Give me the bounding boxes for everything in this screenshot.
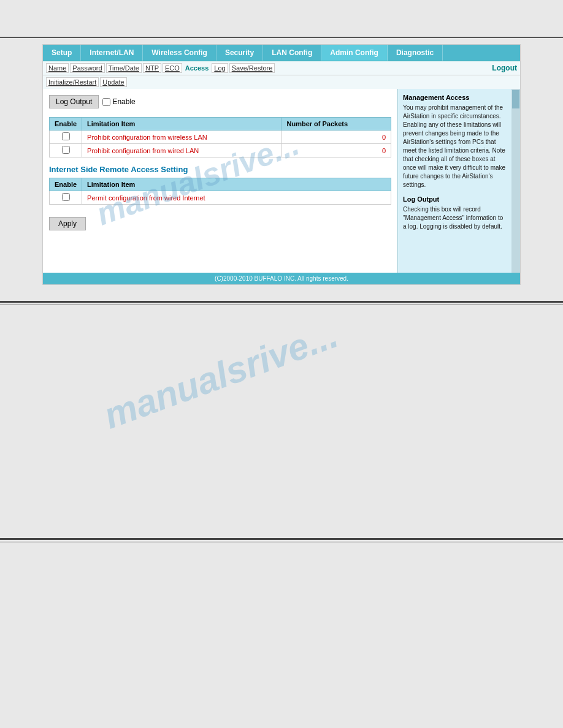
sub-nav: Name Password Time/Date NTP ECO Access L… [43,61,520,75]
subnav-password[interactable]: Password [70,63,104,73]
table-header-limitation: Limitation Item [82,118,282,131]
table-cell-packets-1: 0 [282,131,391,144]
bottom-divider-thick [0,301,563,303]
nav-tab-setup[interactable]: Setup [43,45,81,61]
table-row: Prohibit configuration from wired LAN 0 [50,144,391,157]
main-nav: Setup Internet/LAN Wireless Config Secur… [43,45,520,61]
apply-button[interactable]: Apply [49,217,86,230]
logout-button[interactable]: Logout [492,64,517,72]
router-footer: (C)2000-2010 BUFFALO INC. All rights res… [43,273,520,284]
help-management-text: You may prohibit management of the AirSt… [403,104,507,189]
subnav-name[interactable]: Name [46,63,69,73]
nav-tab-diagnostic[interactable]: Diagnostic [388,45,443,61]
table-cell-enable-2 [50,144,82,157]
help-scrollbar[interactable] [511,89,520,273]
wireless-lan-checkbox[interactable] [62,132,70,140]
nav-tab-lan-config[interactable]: LAN Config [263,45,321,61]
subnav-log[interactable]: Log [212,63,228,73]
table-cell-packets-2: 0 [282,144,391,157]
internet-access-table: Enable Limitation Item Permit configurat… [49,178,391,205]
nav-tab-wireless-config[interactable]: Wireless Config [143,45,216,61]
log-output-button[interactable]: Log Output [49,95,99,108]
table-cell-limitation-2: Prohibit configuration from wired LAN [82,144,282,157]
table-row: Prohibit configuration from wireless LAN… [50,131,391,144]
subnav-save-restore[interactable]: Save/Restore [229,63,275,73]
spacer-area: manualsrive... [0,305,563,538]
log-output-row: Log Output Enable [49,95,391,108]
log-output-enable-checkbox[interactable] [102,98,110,106]
main-content: Log Output Enable Enable Limitation Item [43,89,397,273]
wired-lan-checkbox[interactable] [62,146,70,154]
enable-checkbox-label: Enable [102,97,135,106]
watermark-2: manualsrive... [98,314,343,438]
inet-table-cell-enable-1 [50,191,82,205]
scrollbar-thumb [512,90,519,108]
help-management-title: Management Access [403,94,507,101]
sub-nav-row2: Initialize/Restart Update [43,75,520,89]
nav-tab-admin-config[interactable]: Admin Config [321,45,388,61]
table-header-enable: Enable [50,118,82,131]
table-header-packets: Number of Packets [282,118,391,131]
table-cell-limitation-1: Prohibit configuration from wireless LAN [82,131,282,144]
bottom-spacer [0,542,563,591]
help-panel: Management Access You may prohibit manag… [397,89,520,273]
final-divider-thick [0,538,563,540]
enable-label: Enable [112,97,135,106]
table-cell-enable-1 [50,131,82,144]
subnav-time-date[interactable]: Time/Date [106,63,142,73]
subnav-access[interactable]: Access [183,64,211,72]
inet-table-cell-limitation-1: Permit configuration from wired Internet [82,191,391,205]
help-log-output-text: Checking this box will record "Managemen… [403,205,507,231]
internet-section-title: Internet Side Remote Access Setting [49,165,391,174]
subnav-initialize-restart[interactable]: Initialize/Restart [46,77,99,87]
subnav-eco[interactable]: ECO [163,63,182,73]
wired-internet-checkbox[interactable] [62,193,70,201]
nav-tab-security[interactable]: Security [216,45,263,61]
help-log-output-title: Log Output [403,195,507,203]
subnav-ntp[interactable]: NTP [143,63,161,73]
inet-table-header-limitation: Limitation Item [82,178,391,191]
nav-tab-internet-lan[interactable]: Internet/LAN [81,45,143,61]
router-ui: Setup Internet/LAN Wireless Config Secur… [42,44,521,285]
inet-table-header-enable: Enable [50,178,82,191]
subnav-update[interactable]: Update [100,77,126,87]
content-area: Log Output Enable Enable Limitation Item [43,89,520,273]
footer-text: (C)2000-2010 BUFFALO INC. All rights res… [215,275,348,282]
management-access-table: Enable Limitation Item Number of Packets… [49,117,391,157]
table-row: Permit configuration from wired Internet [50,191,391,205]
